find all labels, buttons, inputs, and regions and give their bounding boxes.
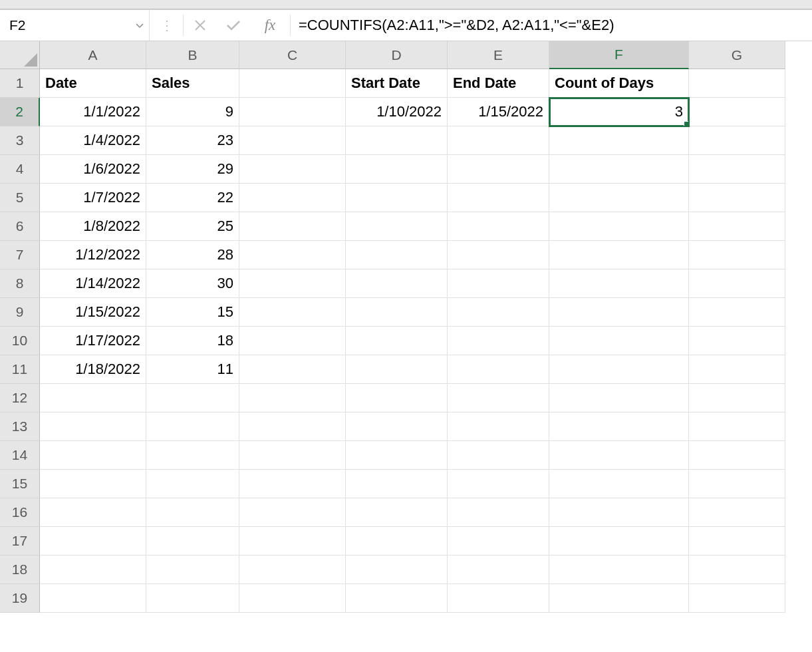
cell-D7[interactable] <box>346 241 448 269</box>
cell-E4[interactable] <box>448 155 549 184</box>
cell-A3[interactable]: 1/4/2022 <box>40 126 146 155</box>
cell-A2[interactable]: 1/1/2022 <box>40 98 146 126</box>
cell-G2[interactable] <box>689 98 785 126</box>
cell-C18[interactable] <box>239 556 346 584</box>
cell-G16[interactable] <box>689 498 785 527</box>
cell-A14[interactable] <box>40 441 146 470</box>
fx-icon[interactable]: fx <box>250 10 290 41</box>
cell-E8[interactable] <box>448 269 549 298</box>
row-header-14[interactable]: 14 <box>0 441 40 470</box>
cell-A1[interactable]: Date <box>40 69 146 98</box>
cell-C9[interactable] <box>239 298 346 327</box>
cell-G18[interactable] <box>689 556 785 584</box>
row-header-6[interactable]: 6 <box>0 212 40 241</box>
cancel-icon[interactable] <box>184 10 217 41</box>
row-header-18[interactable]: 18 <box>0 556 40 584</box>
row-header-11[interactable]: 11 <box>0 355 40 384</box>
cell-B19[interactable] <box>146 584 239 613</box>
cell-F6[interactable] <box>549 212 689 241</box>
cell-G14[interactable] <box>689 441 785 470</box>
cell-F12[interactable] <box>549 384 689 412</box>
cell-E19[interactable] <box>448 584 549 613</box>
cell-B12[interactable] <box>146 384 239 412</box>
cell-C14[interactable] <box>239 441 346 470</box>
cell-C11[interactable] <box>239 355 346 384</box>
cell-F2[interactable]: 3 <box>549 98 689 126</box>
row-header-16[interactable]: 16 <box>0 498 40 527</box>
cell-G19[interactable] <box>689 584 785 613</box>
cell-D9[interactable] <box>346 298 448 327</box>
cell-B16[interactable] <box>146 498 239 527</box>
cell-D2[interactable]: 1/10/2022 <box>346 98 448 126</box>
cell-B5[interactable]: 22 <box>146 184 239 212</box>
column-header-C[interactable]: C <box>239 41 346 69</box>
cell-E9[interactable] <box>448 298 549 327</box>
cell-E10[interactable] <box>448 327 549 355</box>
cell-A4[interactable]: 1/6/2022 <box>40 155 146 184</box>
row-header-3[interactable]: 3 <box>0 126 40 155</box>
cell-C19[interactable] <box>239 584 346 613</box>
column-header-F[interactable]: F <box>549 41 689 69</box>
column-header-E[interactable]: E <box>448 41 549 69</box>
more-icon[interactable]: ⋮ <box>150 10 183 41</box>
cell-F18[interactable] <box>549 556 689 584</box>
cell-A10[interactable]: 1/17/2022 <box>40 327 146 355</box>
cell-G1[interactable] <box>689 69 785 98</box>
cell-A6[interactable]: 1/8/2022 <box>40 212 146 241</box>
cell-G3[interactable] <box>689 126 785 155</box>
row-header-4[interactable]: 4 <box>0 155 40 184</box>
cell-C15[interactable] <box>239 470 346 498</box>
cell-F9[interactable] <box>549 298 689 327</box>
row-header-15[interactable]: 15 <box>0 470 40 498</box>
enter-icon[interactable] <box>217 10 250 41</box>
row-header-17[interactable]: 17 <box>0 527 40 556</box>
cell-E6[interactable] <box>448 212 549 241</box>
cell-C5[interactable] <box>239 184 346 212</box>
cell-F3[interactable] <box>549 126 689 155</box>
row-header-2[interactable]: 2 <box>0 98 40 126</box>
cell-G4[interactable] <box>689 155 785 184</box>
cell-G11[interactable] <box>689 355 785 384</box>
column-header-D[interactable]: D <box>346 41 448 69</box>
cell-D14[interactable] <box>346 441 448 470</box>
cell-F11[interactable] <box>549 355 689 384</box>
cell-E3[interactable] <box>448 126 549 155</box>
cell-C8[interactable] <box>239 269 346 298</box>
cell-C12[interactable] <box>239 384 346 412</box>
cell-D12[interactable] <box>346 384 448 412</box>
cell-C3[interactable] <box>239 126 346 155</box>
cell-F13[interactable] <box>549 412 689 441</box>
row-header-7[interactable]: 7 <box>0 241 40 269</box>
row-header-1[interactable]: 1 <box>0 69 40 98</box>
cell-B18[interactable] <box>146 556 239 584</box>
cell-B4[interactable]: 29 <box>146 155 239 184</box>
cell-D16[interactable] <box>346 498 448 527</box>
cell-F5[interactable] <box>549 184 689 212</box>
cell-G6[interactable] <box>689 212 785 241</box>
row-header-19[interactable]: 19 <box>0 584 40 613</box>
cell-E14[interactable] <box>448 441 549 470</box>
cell-B3[interactable]: 23 <box>146 126 239 155</box>
column-header-B[interactable]: B <box>146 41 239 69</box>
cell-D10[interactable] <box>346 327 448 355</box>
cell-A12[interactable] <box>40 384 146 412</box>
cell-G13[interactable] <box>689 412 785 441</box>
cell-A11[interactable]: 1/18/2022 <box>40 355 146 384</box>
cell-D6[interactable] <box>346 212 448 241</box>
cell-F19[interactable] <box>549 584 689 613</box>
cell-G9[interactable] <box>689 298 785 327</box>
cell-B2[interactable]: 9 <box>146 98 239 126</box>
cell-C6[interactable] <box>239 212 346 241</box>
cell-B9[interactable]: 15 <box>146 298 239 327</box>
cell-G12[interactable] <box>689 384 785 412</box>
cell-F4[interactable] <box>549 155 689 184</box>
cell-E7[interactable] <box>448 241 549 269</box>
cell-D5[interactable] <box>346 184 448 212</box>
cell-B10[interactable]: 18 <box>146 327 239 355</box>
row-header-10[interactable]: 10 <box>0 327 40 355</box>
cell-D11[interactable] <box>346 355 448 384</box>
row-header-13[interactable]: 13 <box>0 412 40 441</box>
cell-F1[interactable]: Count of Days <box>549 69 689 98</box>
cell-E11[interactable] <box>448 355 549 384</box>
cell-D18[interactable] <box>346 556 448 584</box>
